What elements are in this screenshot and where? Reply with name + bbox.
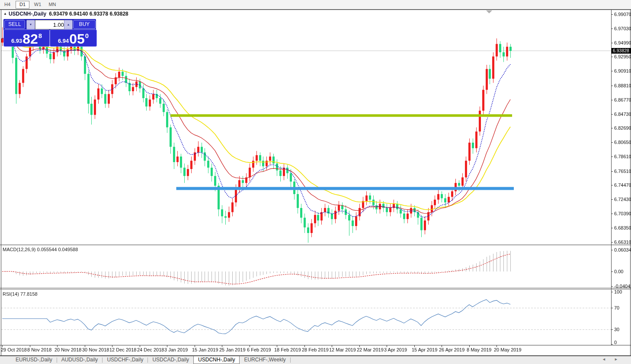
- chart-tab-usdchfdaily[interactable]: USDCHF-,Daily: [102, 356, 147, 364]
- volume-increase-button[interactable]: ▲: [64, 20, 73, 29]
- timeframe-button-mn[interactable]: MN: [46, 1, 59, 8]
- date-axis-label: 24 Dec 2018: [137, 347, 164, 352]
- date-axis-label: 30 Nov 2018: [82, 347, 109, 352]
- chart-title-arrow-icon[interactable]: ▲: [3, 12, 7, 16]
- rsi-indicator-canvas[interactable]: [1, 290, 611, 345]
- tab-scroll-left-icon[interactable]: ◄: [602, 357, 606, 361]
- price-axis-tick: [611, 228, 613, 228]
- date-axis-label: 15 Apr 2019: [412, 347, 437, 352]
- price-axis-label: 6.72430: [614, 197, 631, 202]
- chart-tab-bar: EURUSD-,DailyAUDUSD-,DailyUSDCHF-,DailyU…: [0, 356, 631, 364]
- rsi-separator-top: [0, 288, 631, 288]
- rsi-axis-tick: [611, 308, 613, 308]
- date-axis-label: 12 Mar 2019: [329, 347, 356, 352]
- macd-axis-tick: [611, 271, 613, 272]
- macd-axis-label: -0.040415: [614, 284, 631, 289]
- price-axis-label: 6.86770: [614, 97, 631, 102]
- date-axis-label: 18 Feb 2019: [274, 347, 301, 352]
- date-axis-label: 3 Apr 2019: [384, 347, 407, 352]
- price-axis-label: 6.82690: [614, 125, 631, 131]
- macd-axis-tick: [611, 286, 613, 287]
- buy-price-big: 05: [69, 32, 85, 46]
- date-axis-label: 26 Apr 2019: [439, 347, 464, 352]
- price-axis-tick: [611, 14, 613, 15]
- date-axis-label: 12 Dec 2018: [109, 347, 136, 352]
- price-axis-label: 6.66310: [614, 239, 631, 245]
- current-price-badge: 6.93828: [612, 48, 631, 54]
- macd-axis-label: 0.060342: [614, 247, 631, 252]
- date-axis-label: 22 Mar 2019: [357, 347, 384, 352]
- date-axis-label: 8 May 2019: [467, 347, 491, 352]
- rsi-axis-label: 30: [614, 327, 619, 332]
- buy-button[interactable]: BUY: [73, 20, 96, 29]
- price-axis-label: 6.76510: [614, 169, 631, 174]
- date-axis-label: 25 Jan 2019: [219, 347, 246, 352]
- price-axis-tick: [611, 100, 613, 100]
- sell-price-sup: 8: [38, 32, 42, 39]
- price-axis-label: 6.78610: [614, 154, 631, 159]
- volume-input[interactable]: [35, 20, 66, 29]
- sell-price-small: 6.93: [11, 38, 22, 44]
- rsi-axis-tick: [611, 329, 613, 330]
- price-axis-tick: [611, 128, 613, 128]
- price-axis-tick: [611, 43, 613, 43]
- price-axis-label: 6.92950: [614, 54, 631, 59]
- chart-tab-eurusddaily[interactable]: EURUSD-,Daily: [11, 356, 57, 364]
- buy-price-sup: 0: [85, 32, 89, 39]
- date-axis-label: 15 Jan 2019: [192, 347, 218, 352]
- sell-button[interactable]: SELL: [4, 20, 25, 29]
- timeframe-button-d1[interactable]: D1: [16, 1, 29, 9]
- one-click-trading-panel: SELL ▼ ▲ BUY 6.93 82 8 6.94 05 0: [3, 19, 96, 46]
- price-axis-label: 6.88810: [614, 83, 631, 88]
- price-axis-tick: [611, 29, 613, 29]
- macd-axis-label: 0.00: [614, 269, 623, 274]
- date-axis-separator: [0, 345, 631, 345]
- price-axis-label: 6.99070: [614, 12, 631, 17]
- macd-axis-tick: [611, 250, 613, 250]
- timeframe-button-w1[interactable]: W1: [31, 1, 44, 8]
- price-axis-label: 6.80650: [614, 140, 631, 145]
- price-axis-tick: [611, 185, 613, 185]
- caret-up-icon: ▲: [67, 23, 70, 26]
- macd-indicator-canvas[interactable]: [1, 245, 611, 287]
- chart-title: ▲USDCNH-,Daily6.93479 6.94140 6.93378 6.…: [3, 11, 128, 17]
- sell-price-button[interactable]: 6.93 82 8: [3, 29, 50, 47]
- price-axis-tick: [611, 214, 613, 214]
- price-axis-label: 6.74470: [614, 182, 631, 188]
- date-axis-label: 8 Nov 2018: [27, 347, 51, 352]
- price-axis-tick: [611, 199, 613, 200]
- date-axis-label: 20 Nov 2018: [54, 347, 81, 352]
- chart-tab-eurchfweekly[interactable]: EURCHF-,Weekly: [240, 356, 290, 364]
- buy-price-button[interactable]: 6.94 05 0: [50, 29, 97, 47]
- rsi-label: RSI(14) 77.8158: [3, 291, 38, 297]
- price-axis-tick: [611, 114, 613, 115]
- date-axis-label: 28 Feb 2019: [302, 347, 329, 352]
- price-axis-border: [611, 10, 612, 345]
- timeframe-button-h4[interactable]: H4: [1, 1, 14, 8]
- price-axis-tick: [611, 156, 613, 157]
- chart-tab-audusddaily[interactable]: AUDUSD-,Daily: [57, 356, 102, 364]
- rsi-axis-tick: [611, 292, 613, 292]
- mt4-application: H4D1W1MN ▲USDCNH-,Daily6.93479 6.94140 6…: [0, 0, 631, 364]
- chart-shift-marker-icon[interactable]: [486, 10, 492, 13]
- price-axis-label: 6.97030: [614, 26, 631, 31]
- date-axis-label: 29 Oct 2018: [1, 347, 27, 352]
- volume-decrease-button[interactable]: ▼: [26, 20, 35, 29]
- price-axis-label: 6.68350: [614, 225, 631, 230]
- price-axis-tick: [611, 57, 613, 57]
- price-axis-tick: [611, 171, 613, 172]
- price-axis-label: 6.94990: [614, 40, 631, 45]
- tab-scroll-right-icon[interactable]: ►: [614, 357, 618, 361]
- rsi-axis-label: 70: [614, 305, 619, 310]
- tab-separator: [290, 358, 291, 363]
- rsi-axis-label: 100: [614, 289, 622, 294]
- timeframe-toolbar: H4D1W1MN: [0, 0, 631, 10]
- price-axis-tick: [611, 242, 613, 243]
- chart-tab-usdcnhdaily[interactable]: USDCNH-,Daily: [193, 356, 240, 364]
- price-axis-tick: [611, 71, 613, 71]
- price-axis-label: 6.70390: [614, 211, 631, 216]
- chart-symbol-label: USDCNH-,Daily: [9, 11, 46, 17]
- chart-tab-usdcaddaily[interactable]: USDCAD-,Daily: [148, 356, 193, 364]
- date-axis-label: 3 Jan 2019: [164, 347, 188, 352]
- rsi-axis-label: 0: [614, 340, 617, 345]
